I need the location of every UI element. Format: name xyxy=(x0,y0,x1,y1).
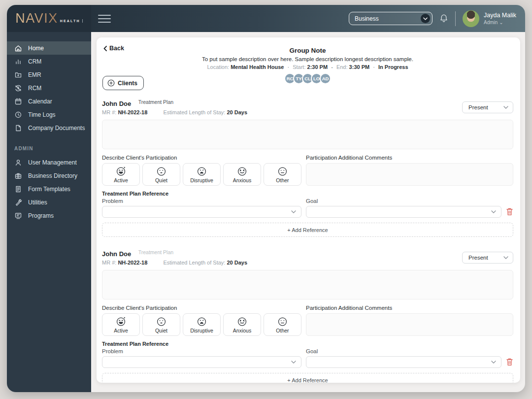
chevron-down-icon xyxy=(421,14,430,23)
chevron-down-icon xyxy=(503,256,508,259)
back-button[interactable]: Back xyxy=(103,45,124,52)
monitor-icon xyxy=(14,212,22,220)
attendee-avatars: RC TY CL LO AD xyxy=(102,73,513,84)
folder-plus-icon xyxy=(14,71,22,79)
problem-label: Problem xyxy=(102,198,301,204)
goal-label: Goal xyxy=(306,348,501,354)
participation-label: Describe Client's Participation xyxy=(102,155,301,161)
user-menu[interactable]: Jayda Malik Admin ⌄ xyxy=(463,10,516,27)
participation-other-button[interactable]: Other xyxy=(264,163,301,186)
sidebar-admin-heading: ADMIN xyxy=(14,146,91,151)
bar-chart-icon xyxy=(14,58,22,66)
home-icon xyxy=(14,44,22,52)
participation-comments-textarea[interactable] xyxy=(306,313,513,336)
sidebar-item-utilities[interactable]: Utilities xyxy=(7,196,91,209)
group-note-textarea[interactable] xyxy=(102,270,513,299)
treatment-plan-tag: Treatment Plan xyxy=(138,249,173,255)
sidebar-item-calendar[interactable]: Calendar xyxy=(7,95,91,108)
sidebar-item-crm[interactable]: CRM xyxy=(7,55,91,68)
notifications-bell-icon[interactable] xyxy=(439,14,448,23)
user-icon xyxy=(14,159,22,166)
sidebar-item-form-templates[interactable]: Form Templates xyxy=(7,182,91,196)
calendar-icon xyxy=(14,98,22,105)
client-meta: MR #: NH-2022-18 Estimated Length of Sta… xyxy=(102,109,247,115)
sidebar-item-home[interactable]: Home xyxy=(7,41,91,55)
sidebar-item-user-management[interactable]: User Management xyxy=(7,156,91,169)
status-badge: In Progress xyxy=(378,64,408,70)
client-section: John Doe Treatment Plan MR #: NH-2022-18… xyxy=(102,99,513,237)
note-start-time: 2:30 PM xyxy=(307,64,328,70)
group-note-textarea[interactable] xyxy=(102,120,513,149)
active-emoji-icon xyxy=(115,316,127,327)
client-section: John Doe Treatment Plan MR #: NH-2022-18… xyxy=(102,249,513,383)
participation-label: Describe Client's Participation xyxy=(102,305,301,311)
delete-reference-button[interactable] xyxy=(506,358,513,368)
business-selector-value: Business xyxy=(355,15,379,22)
briefcase-icon xyxy=(14,172,22,180)
chevron-down-icon xyxy=(291,210,296,213)
plus-circle-icon xyxy=(107,79,115,87)
goal-select[interactable] xyxy=(306,206,501,218)
sidebar-item-company-documents[interactable]: Company Documents xyxy=(7,121,91,134)
other-emoji-icon xyxy=(277,316,288,327)
participation-quiet-button[interactable]: Quiet xyxy=(142,313,180,336)
sidebar-item-time-logs[interactable]: Time Logs xyxy=(7,108,91,121)
treatment-plan-tag: Treatment Plan xyxy=(138,99,173,105)
treatment-plan-reference-heading: Treatment Plan Reference xyxy=(102,341,513,347)
menu-toggle-icon[interactable] xyxy=(98,15,111,23)
wrench-icon xyxy=(14,199,22,206)
client-name: John Doe xyxy=(102,100,131,107)
brand-logo: NAVIX HEALTH xyxy=(7,5,91,32)
disruptive-emoji-icon xyxy=(196,316,207,327)
sidebar-item-business-directory[interactable]: Business Directory xyxy=(7,169,91,182)
add-reference-button[interactable]: + Add Reference xyxy=(102,223,513,237)
form-icon xyxy=(14,185,22,193)
chevron-down-icon xyxy=(491,361,496,364)
clock-icon xyxy=(14,111,22,119)
anxious-emoji-icon xyxy=(236,166,248,177)
business-selector[interactable]: Business xyxy=(349,12,432,25)
participation-active-button[interactable]: Active xyxy=(102,163,140,186)
active-emoji-icon xyxy=(115,166,127,177)
attendee-avatar[interactable]: AD xyxy=(320,73,331,84)
problem-select[interactable] xyxy=(102,356,301,368)
client-name: John Doe xyxy=(102,250,131,258)
chevron-down-icon xyxy=(503,106,508,109)
trash-icon xyxy=(506,358,513,366)
app-window: NAVIX HEALTH Business xyxy=(7,5,525,392)
participation-comments-textarea[interactable] xyxy=(306,163,513,186)
chevron-down-icon xyxy=(291,361,296,364)
comments-label: Participation Additional Comments xyxy=(306,305,513,311)
length-of-stay: 20 Days xyxy=(227,260,247,266)
length-of-stay: 20 Days xyxy=(227,109,247,115)
participation-disruptive-button[interactable]: Disruptive xyxy=(183,313,221,336)
top-strip: NAVIX HEALTH Business xyxy=(7,5,525,32)
participation-active-button[interactable]: Active xyxy=(102,313,140,336)
attendance-select[interactable]: Present xyxy=(462,252,513,264)
user-avatar xyxy=(463,10,479,27)
delete-reference-button[interactable] xyxy=(506,207,513,218)
add-reference-button[interactable]: + Add Reference xyxy=(102,373,513,383)
note-header: Group Note To put sample description ove… xyxy=(102,44,513,84)
participation-other-button[interactable]: Other xyxy=(264,313,301,336)
mr-number: NH-2022-18 xyxy=(118,109,147,115)
participation-quiet-button[interactable]: Quiet xyxy=(142,163,180,186)
problem-select[interactable] xyxy=(102,206,301,218)
sidebar-item-emr[interactable]: EMR xyxy=(7,68,91,81)
anxious-emoji-icon xyxy=(236,316,248,327)
sidebar-item-rcm[interactable]: RCM xyxy=(7,81,91,95)
participation-anxious-button[interactable]: Anxious xyxy=(223,163,261,186)
quiet-emoji-icon xyxy=(156,316,167,327)
chevron-left-icon xyxy=(103,46,107,51)
sidebar: Home CRM EMR RCM Calendar Time Logs xyxy=(7,32,91,392)
participation-anxious-button[interactable]: Anxious xyxy=(223,313,261,336)
comments-label: Participation Additional Comments xyxy=(306,155,513,161)
refresh-dollar-icon xyxy=(14,84,22,92)
sidebar-item-programs[interactable]: Programs xyxy=(7,209,91,222)
attendance-select[interactable]: Present xyxy=(462,101,513,113)
participation-disruptive-button[interactable]: Disruptive xyxy=(183,163,221,186)
goal-select[interactable] xyxy=(306,356,501,368)
user-role: Admin ⌄ xyxy=(484,20,516,25)
add-clients-button[interactable]: Clients xyxy=(102,76,144,90)
brand-suffix: HEALTH xyxy=(60,19,83,23)
